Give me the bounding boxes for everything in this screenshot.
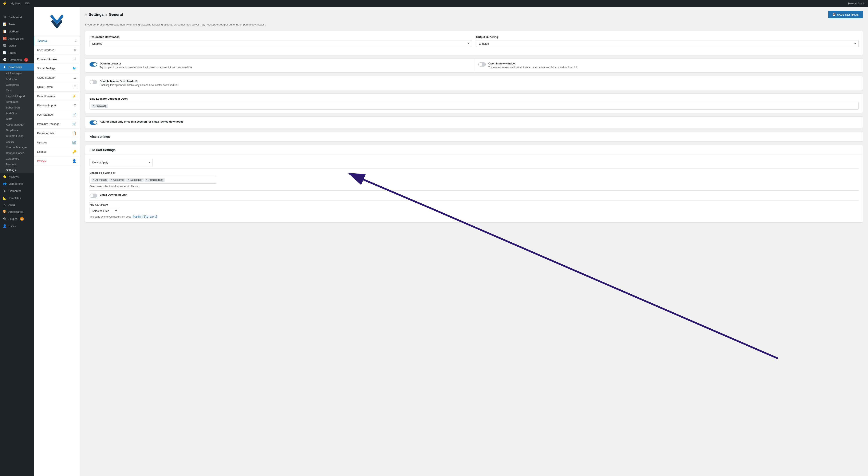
sidebar-item-posts[interactable]: 📝 Posts: [0, 21, 34, 28]
download-row: Resumable Downloads Enabled Disabled Out…: [90, 35, 859, 47]
media-icon: 🖼: [3, 44, 7, 47]
remove-subscriber[interactable]: ✕: [128, 179, 130, 181]
master-url-body: Disable Master Download URL Enabling thi…: [85, 76, 863, 90]
disable-master-toggle[interactable]: [90, 80, 97, 84]
plugin-menu-item-privacy[interactable]: Privacy 👤: [34, 157, 80, 166]
plugin-menu-item-premium-package[interactable]: Premium Package 🛒: [34, 120, 80, 129]
adminbar-item-howdy[interactable]: Howdy, Admin: [848, 2, 865, 5]
enable-file-cart-roles[interactable]: ✕ All Visitors ✕ Customer ✕ Subscriber ✕…: [90, 176, 216, 184]
plugin-menu-item-license[interactable]: License 🔑: [34, 147, 80, 157]
download-settings-section: Resumable Downloads Enabled Disabled Out…: [85, 31, 863, 55]
premium-icon: 🛒: [72, 122, 76, 126]
submenu-templates[interactable]: Templates: [0, 99, 34, 105]
submenu-orders[interactable]: Orders: [0, 139, 34, 145]
ask-email-toggle[interactable]: [90, 121, 97, 125]
file-cart-select[interactable]: Do Not Apply Apply: [90, 159, 153, 166]
sidebar-item-reviews[interactable]: ⭐ Reviews: [0, 173, 34, 180]
plugin-menu-item-quick-forms[interactable]: Quick Forms ☰: [34, 82, 80, 92]
open-in-browser-item: Open in browser Try to open in browser i…: [85, 59, 474, 72]
submenu-license-manager[interactable]: License Manager: [0, 145, 34, 150]
sidebar-item-elementor[interactable]: ◈ Elementor: [0, 187, 34, 194]
submenu-customers[interactable]: Customers: [0, 156, 34, 162]
sidebar-item-dashboard[interactable]: ⊞ Dashboard: [0, 13, 34, 21]
plugin-menu-item-package-lists[interactable]: Package Lists 📋: [34, 129, 80, 138]
sidebar-item-attire-blocks[interactable]: 🧱 Attire Blocks: [0, 35, 34, 42]
plugin-menu-item-social-settings[interactable]: Social Settings 🐦: [34, 64, 80, 73]
submenu-stats[interactable]: Stats: [0, 116, 34, 122]
submenu-import-export[interactable]: Import & Export: [0, 93, 34, 99]
submenu-tags[interactable]: Tags: [0, 88, 34, 93]
frontend-icon: 🖥: [73, 57, 76, 61]
submenu-coupon-codes[interactable]: Coupon Codes: [0, 150, 34, 156]
sidebar-item-downloads[interactable]: ⬇ Downloads: [0, 63, 34, 70]
file-cart-page-hint: The page where you used short-code [wpdm…: [90, 215, 859, 218]
email-download-toggle[interactable]: [90, 194, 97, 198]
sidebar-item-plugins[interactable]: 🔌 Plugins 13: [0, 215, 34, 222]
general-settings-icon: ≡: [74, 39, 76, 43]
save-settings-button[interactable]: 💾 SAVE SETTINGS: [828, 11, 863, 18]
submenu-add-new[interactable]: Add New: [0, 76, 34, 82]
submenu-addons[interactable]: Add-Ons: [0, 110, 34, 116]
sidebar-item-membership[interactable]: 👥 Membership: [0, 180, 34, 187]
password-tag: ✕ Password: [91, 104, 108, 107]
breadcrumb-page: General: [109, 12, 123, 17]
all-visitors-tag: ✕ All Visitors: [91, 178, 108, 182]
submenu-custom-fields[interactable]: Custom Fields: [0, 133, 34, 139]
resumable-select[interactable]: Enabled Disabled: [90, 40, 472, 47]
skip-lock-tags-input[interactable]: ✕ Password: [90, 102, 859, 109]
plugin-menu-item-general[interactable]: General ≡: [34, 36, 80, 45]
sidebar-item-media[interactable]: 🖼 Media: [0, 42, 34, 49]
file-cart-page-select[interactable]: Selected Files Cart Page: [90, 208, 119, 214]
open-in-browser-desc: Try to open in browser instead of downlo…: [100, 66, 192, 69]
sidebar-item-users[interactable]: 👤 Users: [0, 222, 34, 229]
sidebar-item-metform[interactable]: 📋 MetForm: [0, 28, 34, 35]
adminbar-item-mysites[interactable]: My Sites: [9, 2, 23, 5]
plugin-menu-item-updates[interactable]: Updates 🔄: [34, 138, 80, 147]
file-cart-header: File Cart Settings: [85, 145, 863, 155]
submenu-categories[interactable]: Categories: [0, 82, 34, 88]
appearance-icon: 🎨: [3, 210, 7, 214]
attire-blocks-icon: 🧱: [3, 37, 7, 40]
submenu-settings[interactable]: Settings: [0, 167, 34, 173]
adminbar-item-wp[interactable]: WP: [24, 2, 31, 5]
elementor-icon: ◈: [3, 189, 7, 193]
remove-all-visitors[interactable]: ✕: [93, 179, 95, 181]
submenu-payouts[interactable]: Payouts: [0, 162, 34, 167]
submenu-all-packages[interactable]: All Packages: [0, 70, 34, 76]
submenu-subscribers[interactable]: Subscribers: [0, 105, 34, 110]
open-in-new-window-toggle[interactable]: [478, 62, 486, 67]
open-in-new-window-item: Open in new window Try to open in new wi…: [474, 59, 863, 72]
tag-remove-icon[interactable]: ✕: [93, 104, 95, 107]
plugin-menu-item-frontend-access[interactable]: Frontend Access 🖥: [34, 55, 80, 64]
plugin-menu-item-default-values[interactable]: Default Values ⚡: [34, 92, 80, 101]
comments-badge: 1: [24, 58, 28, 62]
master-url-section: Disable Master Download URL Enabling thi…: [85, 76, 863, 90]
buffering-select[interactable]: Enabled Disabled: [476, 40, 859, 47]
remove-customer[interactable]: ✕: [111, 179, 113, 181]
plugin-menu-label-license: License: [37, 150, 46, 153]
open-in-browser-toggle[interactable]: [90, 62, 97, 67]
plugin-menu-item-user-interface[interactable]: User Interface ⚙: [34, 45, 80, 55]
sidebar-item-templates[interactable]: 📐 Templates: [0, 194, 34, 201]
sidebar-item-label-elementor: Elementor: [8, 189, 21, 192]
plugin-menu-item-cloud-storage[interactable]: Cloud Storage ☁: [34, 73, 80, 82]
file-cart-section: File Cart Settings Do Not Apply Apply En…: [85, 145, 863, 223]
remove-administrator[interactable]: ✕: [146, 179, 148, 181]
sidebar-item-astra[interactable]: A Astra: [0, 201, 34, 208]
adminbar-logo: ⚡: [3, 1, 7, 6]
disable-master-label: Disable Master Download URL: [100, 80, 178, 83]
sidebar-item-pages[interactable]: 📄 Pages: [0, 49, 34, 56]
plugin-menu-label-general: General: [38, 39, 48, 42]
submenu-asset-manager[interactable]: Asset Manager: [0, 122, 34, 127]
ask-email-body: Ask for email only once in a session for…: [85, 117, 863, 128]
submenu-dropzone[interactable]: DropZone: [0, 127, 34, 133]
plugin-menu-item-filebase-import[interactable]: Filebase Import ⚙: [34, 101, 80, 110]
roles-hint: Select user roles too allow access to fi…: [90, 185, 859, 188]
plugin-menu-label-defaults: Default Values: [37, 95, 55, 98]
save-label: SAVE SETTINGS: [837, 13, 859, 16]
plugin-menu-item-pdf-stamper[interactable]: PDF Stamper 📄: [34, 110, 80, 120]
sidebar-item-appearance[interactable]: 🎨 Appearance: [0, 208, 34, 215]
administrator-label: Administrator: [149, 179, 163, 181]
save-icon: 💾: [832, 13, 836, 16]
sidebar-item-comments[interactable]: 💬 Comments 1: [0, 56, 34, 63]
